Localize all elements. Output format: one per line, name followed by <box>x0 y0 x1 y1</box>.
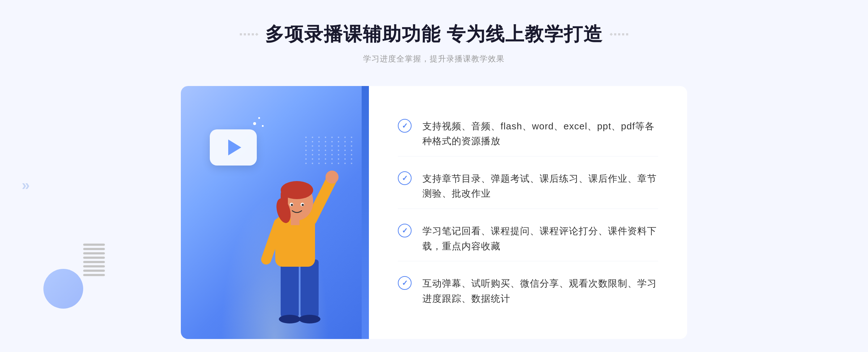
feature-text-1: 支持视频、音频、flash、word、excel、ppt、pdf等各种格式的资源… <box>422 119 658 149</box>
svg-line-5 <box>311 180 331 220</box>
feature-item-4: ✓ 互动弹幕、试听购买、微信分享、观看次数限制、学习进度跟踪、数据统计 <box>398 269 658 313</box>
illustration-panel: // Will be rendered via JS below <box>181 86 369 339</box>
svg-point-2 <box>279 315 301 323</box>
feature-text-4: 互动弹幕、试听购买、微信分享、观看次数限制、学习进度跟踪、数据统计 <box>422 276 658 306</box>
svg-point-7 <box>326 171 339 184</box>
check-circle-1: ✓ <box>398 119 412 133</box>
person-figure <box>244 151 346 339</box>
subtitle: 学习进度全掌握，提升录播课教学效果 <box>240 53 628 64</box>
play-icon <box>228 139 241 155</box>
check-circle-2: ✓ <box>398 171 412 185</box>
page-header: 多项录播课辅助功能 专为线上教学打造 学习进度全掌握，提升录播课教学效果 <box>240 22 628 64</box>
check-circle-4: ✓ <box>398 276 412 290</box>
feature-item-1: ✓ 支持视频、音频、flash、word、excel、ppt、pdf等各种格式的… <box>398 112 658 156</box>
feature-item-2: ✓ 支持章节目录、弹题考试、课后练习、课后作业、章节测验、批改作业 <box>398 164 658 209</box>
feature-text-3: 学习笔记回看、课程提问、课程评论打分、课件资料下载，重点内容收藏 <box>422 224 658 254</box>
check-mark-2: ✓ <box>402 175 408 182</box>
svg-rect-1 <box>301 259 319 317</box>
svg-rect-16 <box>291 218 299 225</box>
content-area: // Will be rendered via JS below <box>181 86 687 339</box>
check-circle-3: ✓ <box>398 224 412 237</box>
circle-blue-deco <box>43 269 83 309</box>
svg-point-15 <box>302 204 304 206</box>
stripes-deco <box>83 244 105 280</box>
title-wrapper: 多项录播课辅助功能 专为线上教学打造 <box>240 22 628 47</box>
left-deco <box>240 33 258 35</box>
right-deco <box>610 33 628 35</box>
feature-text-2: 支持章节目录、弹题考试、课后练习、课后作业、章节测验、批改作业 <box>422 171 658 201</box>
svg-rect-0 <box>281 259 299 317</box>
main-title: 多项录播课辅助功能 专为线上教学打造 <box>265 22 603 47</box>
check-mark-1: ✓ <box>402 122 408 129</box>
blue-bar-deco <box>362 86 369 339</box>
svg-point-3 <box>299 315 320 323</box>
check-mark-4: ✓ <box>402 279 408 287</box>
page-wrapper: » 多项录播课辅助功能 专为线上教学打造 <box>0 0 868 352</box>
chevron-left-deco: » <box>22 177 30 193</box>
features-panel: ✓ 支持视频、音频、flash、word、excel、ppt、pdf等各种格式的… <box>369 86 687 339</box>
feature-item-3: ✓ 学习笔记回看、课程提问、课程评论打分、课件资料下载，重点内容收藏 <box>398 216 658 261</box>
check-mark-3: ✓ <box>402 227 408 234</box>
svg-point-14 <box>291 204 293 206</box>
